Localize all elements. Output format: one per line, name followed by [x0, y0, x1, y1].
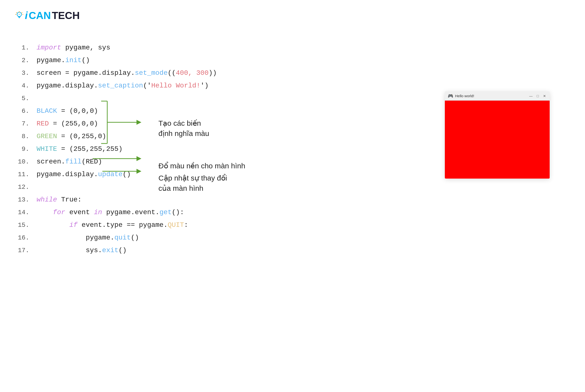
code-token: GREEN [37, 130, 57, 143]
code-token [37, 206, 53, 219]
code-token: = (0,255,0) [57, 130, 106, 143]
line-number: 13. [15, 194, 29, 206]
line-number: 7. [15, 118, 29, 130]
code-token: QUIT [168, 219, 184, 232]
code-token: (( [168, 67, 176, 80]
svg-line-5 [16, 12, 17, 13]
line-number: 15. [15, 219, 29, 232]
code-token: pygame.display. [37, 168, 98, 181]
code-token: = (0,0,0) [57, 105, 98, 118]
code-token: init [65, 54, 82, 67]
code-line: 13.while True: [15, 194, 217, 206]
code-line: 4.pygame.display.set_caption('Hello Worl… [15, 80, 217, 92]
line-number: 3. [15, 67, 29, 80]
logo-tech-text: TECH [52, 10, 80, 22]
code-token: sys. [37, 244, 102, 257]
line-number: 5. [15, 92, 29, 105]
code-token: fill [65, 156, 82, 168]
code-token: event [65, 206, 94, 219]
code-token: () [119, 244, 127, 257]
code-token: for [53, 206, 65, 219]
code-token: RED [37, 118, 49, 130]
annotation-fill: Đổ màu nền cho màn hình [158, 161, 245, 171]
line-number: 14. [15, 206, 29, 219]
window-icon: 🎮 [448, 93, 453, 99]
code-line: 16. pygame.quit() [15, 232, 217, 244]
code-token: BLACK [37, 105, 57, 118]
logo-i-text: i [25, 10, 28, 22]
code-line: 17. sys.exit() [15, 244, 217, 257]
window-content [445, 100, 550, 178]
line-number: 8. [15, 130, 29, 143]
line-number: 6. [15, 105, 29, 118]
code-token: pygame. [37, 54, 65, 67]
code-token: screen. [37, 156, 65, 168]
code-token: 400, 300 [176, 67, 208, 80]
line-number: 16. [15, 232, 29, 244]
line-number: 4. [15, 80, 29, 92]
code-token: () [123, 168, 131, 181]
svg-point-3 [19, 14, 20, 15]
line-number: 9. [15, 143, 29, 156]
maximize-button[interactable]: □ [535, 94, 540, 98]
code-token: WHITE [37, 143, 57, 156]
code-token: pygame.event. [102, 206, 159, 219]
code-line: 5. [15, 92, 217, 105]
close-button[interactable]: ✕ [542, 94, 547, 98]
code-token: () [82, 54, 90, 67]
window-titlebar: 🎮 Hello world! — □ ✕ [445, 91, 550, 100]
code-token: if [69, 219, 78, 232]
code-token: update [98, 168, 123, 181]
annotation-update: Cập nhật sự thay đổicủa màn hình [158, 173, 227, 194]
minimize-button[interactable]: — [529, 94, 533, 98]
window-controls: — □ ✕ [529, 94, 547, 98]
line-number: 10. [15, 156, 29, 168]
logo-icon [15, 11, 24, 20]
code-token: Hello World! [151, 80, 201, 92]
window-title: Hello world! [455, 94, 529, 98]
code-line: 2.pygame.init() [15, 54, 217, 67]
code-token: pygame, sys [61, 42, 110, 54]
svg-line-6 [22, 12, 23, 13]
code-token: in [94, 206, 102, 219]
line-number: 1. [15, 42, 29, 54]
code-token: set_caption [98, 80, 143, 92]
code-token: ') [200, 80, 209, 92]
code-token: = (255,255,255) [57, 143, 123, 156]
code-line: 3.screen = pygame.display.set_mode((400,… [15, 67, 217, 80]
logo: i CAN TECH [15, 10, 80, 22]
code-token: : [184, 219, 188, 232]
code-line: 9.WHITE = (255,255,255) [15, 143, 217, 156]
line-number: 2. [15, 54, 29, 67]
code-token: (' [143, 80, 151, 92]
line-number: 11. [15, 168, 29, 181]
code-token: (RED) [82, 156, 102, 168]
code-line: 14. for event in pygame.event.get(): [15, 206, 217, 219]
code-token: exit [102, 244, 119, 257]
code-block: 1.import pygame, sys2.pygame.init()3.scr… [15, 42, 217, 257]
code-token: while [37, 194, 57, 206]
code-line: 6.BLACK = (0,0,0) [15, 105, 217, 118]
code-line: 15. if event.type == pygame.QUIT: [15, 219, 217, 232]
code-token: get [159, 206, 172, 219]
code-token: True: [57, 194, 82, 206]
code-token: () [131, 232, 139, 244]
code-token: pygame.display. [37, 80, 98, 92]
line-number: 17. [15, 244, 29, 257]
code-token: )) [209, 67, 217, 80]
code-token: screen = pygame.display. [37, 67, 135, 80]
annotation-colors: Tạo các biếnđịnh nghĩa màu [158, 118, 209, 139]
code-line: 1.import pygame, sys [15, 42, 217, 54]
code-token: quit [114, 232, 131, 244]
code-token [37, 219, 69, 232]
window-mockup: 🎮 Hello world! — □ ✕ [445, 91, 550, 178]
code-token: event.type == pygame. [78, 219, 168, 232]
code-token: set_mode [135, 67, 168, 80]
logo-can-text: CAN [29, 10, 51, 22]
code-token: pygame. [37, 232, 114, 244]
code-token: (): [172, 206, 184, 219]
line-number: 12. [15, 181, 29, 194]
code-token: import [37, 42, 61, 54]
code-token: = (255,0,0) [49, 118, 98, 130]
